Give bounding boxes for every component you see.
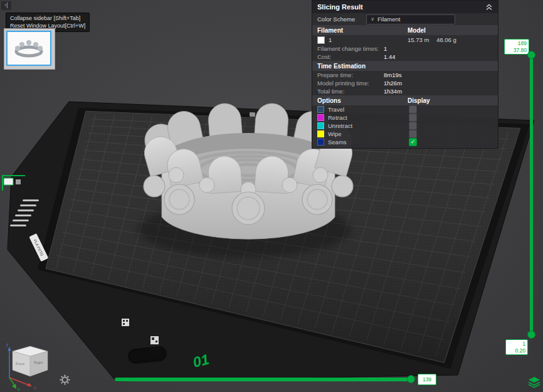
option-row-retract: Retract (312, 114, 498, 122)
layer-slider-top-handle[interactable] (527, 51, 535, 59)
bottom-layer-number: 1 (508, 341, 525, 347)
axis-z: z (6, 342, 11, 378)
thumbnail-crown-image (10, 34, 48, 62)
top-layer-height: 37.80 (507, 47, 527, 54)
cost-label: Cost: (317, 53, 384, 60)
total-time-row: Total time: 1h34m (312, 87, 498, 95)
total-time-value: 1h34m (384, 88, 402, 95)
filament-column-header: Filament (317, 27, 408, 34)
retract-display-checkbox[interactable] (409, 114, 417, 122)
seams-color-swatch (317, 139, 324, 146)
cost-row: Cost: 1.44 (312, 53, 498, 61)
layer-slider-bottom-handle[interactable] (527, 331, 535, 339)
filament-section-header: Filament Model (312, 25, 498, 35)
filament-change-value: 1 (384, 45, 387, 52)
svg-text:y: y (18, 387, 20, 391)
wipe-color-swatch (317, 130, 324, 137)
option-row-unretract: Unretract (312, 122, 498, 130)
settings-gear-icon[interactable] (59, 374, 71, 386)
options-column-header: Options (317, 97, 408, 104)
unretract-label: Unretract (328, 122, 409, 129)
step-slider-handle[interactable] (407, 375, 415, 383)
slicing-result-panel: Slicing Result Color Scheme ∨ Filament F… (312, 0, 498, 149)
layers-view-icon[interactable] (528, 376, 540, 388)
option-row-seams: Seams ✓ (312, 138, 498, 146)
cost-value: 1.44 (384, 53, 396, 60)
model-printing-time-value: 1h26m (384, 80, 402, 87)
prepare-time-label: Prepare time: (317, 72, 384, 78)
prepare-time-row: Prepare time: 8m19s (312, 71, 498, 79)
unretract-color-swatch (317, 122, 324, 129)
seams-label: Seams (328, 139, 409, 146)
retract-color-swatch (317, 114, 324, 121)
color-scheme-value: Filament (377, 16, 400, 23)
seams-display-checkbox[interactable]: ✓ (409, 138, 417, 146)
travel-display-checkbox[interactable] (409, 105, 417, 114)
plate-handle-cutout (129, 347, 166, 363)
cube-front-label: Front (16, 362, 24, 366)
step-slider-track[interactable] (115, 378, 411, 381)
option-row-travel: Travel (312, 105, 498, 114)
model-column-header: Model (408, 27, 426, 34)
step-slider-value: 139 (418, 374, 436, 385)
svg-text:z: z (6, 342, 8, 347)
layer-slider-bottom-value: 1 0.20 (505, 339, 528, 355)
filament-weight: 48.06 g (436, 36, 456, 43)
bed-qr-mark-2 (150, 336, 159, 344)
layer-slider-top-value: 189 37.80 (504, 39, 529, 55)
total-time-label: Total time: (317, 88, 384, 95)
filament-change-row: Filament change times: 1 (312, 45, 498, 53)
filament-length: 15.73 m (408, 36, 436, 43)
unretract-display-checkbox[interactable] (409, 122, 417, 130)
retract-label: Retract (328, 114, 409, 121)
filament-change-label: Filament change times: (317, 45, 384, 52)
viewport-background: Bambu PLA PETG 01 (0, 0, 543, 392)
slicing-panel-header: Slicing Result (312, 1, 498, 13)
top-layer-number: 189 (507, 40, 527, 47)
option-row-wipe: Wipe (312, 130, 498, 138)
cube-right-label: Right (34, 361, 43, 364)
filament-color-swatch[interactable] (317, 36, 325, 44)
sidebar-thumbnail-panel (4, 28, 55, 70)
slicing-panel-title: Slicing Result (317, 3, 363, 11)
object-thumbnail[interactable] (6, 31, 51, 66)
model-printing-time-label: Model printing time: (317, 80, 384, 87)
wipe-display-checkbox[interactable] (409, 130, 417, 138)
model-printing-time-row: Model printing time: 1h26m (312, 79, 498, 87)
collapse-panel-icon[interactable] (485, 4, 493, 11)
navigation-cube[interactable]: Front Right z x y (6, 341, 56, 391)
filament-row: 1 15.73 m 48.06 g (312, 35, 498, 45)
svg-text:x: x (34, 386, 36, 390)
filament-id: 1 (329, 36, 332, 43)
bed-qr-mark (122, 319, 129, 326)
time-estimation-title: Time Estimation (317, 63, 366, 70)
time-estimation-header: Time Estimation (312, 61, 498, 71)
wipe-label: Wipe (328, 130, 409, 137)
layer-slider-track[interactable] (530, 55, 533, 337)
prepare-time-value: 8m19s (384, 72, 402, 78)
travel-color-swatch (317, 106, 324, 113)
options-section-header: Options Display (312, 95, 498, 105)
collapse-sidebar-icon[interactable]: ‹| (1, 1, 11, 10)
collapse-sidebar-glyph: ‹| (4, 2, 8, 8)
travel-label: Travel (328, 106, 409, 113)
display-column-header: Display (408, 97, 430, 104)
color-scheme-dropdown[interactable]: ∨ Filament (366, 14, 455, 24)
bottom-layer-height: 0.20 (508, 347, 525, 354)
chevron-down-icon: ∨ (371, 16, 374, 22)
tooltip-line-1: Collapse sidebar [Shift+Tab] (10, 15, 85, 23)
color-scheme-label: Color Scheme (317, 16, 355, 23)
color-scheme-row: Color Scheme ∨ Filament (312, 13, 498, 25)
